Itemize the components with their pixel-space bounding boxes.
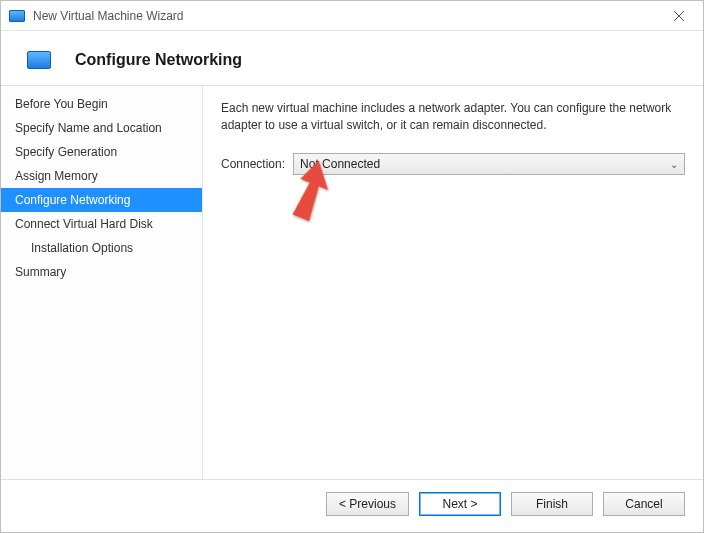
cancel-button[interactable]: Cancel: [603, 492, 685, 516]
connection-select[interactable]: Not Connected ⌄: [293, 153, 685, 175]
step-summary[interactable]: Summary: [1, 260, 202, 284]
step-before-you-begin[interactable]: Before You Begin: [1, 92, 202, 116]
wizard-body: Before You Begin Specify Name and Locati…: [1, 86, 703, 479]
wizard-footer: < Previous Next > Finish Cancel: [1, 479, 703, 532]
previous-button[interactable]: < Previous: [326, 492, 409, 516]
step-configure-networking[interactable]: Configure Networking: [1, 188, 202, 212]
page-title: Configure Networking: [75, 51, 242, 69]
wizard-sidebar: Before You Begin Specify Name and Locati…: [1, 86, 203, 479]
wizard-window: New Virtual Machine Wizard Configure Net…: [0, 0, 704, 533]
connection-row: Connection: Not Connected ⌄: [221, 153, 685, 175]
connection-value: Not Connected: [300, 157, 380, 171]
connection-label: Connection:: [221, 157, 285, 171]
wizard-header: Configure Networking: [1, 31, 703, 85]
titlebar: New Virtual Machine Wizard: [1, 1, 703, 31]
step-connect-virtual-hard-disk[interactable]: Connect Virtual Hard Disk: [1, 212, 202, 236]
close-button[interactable]: [656, 2, 701, 30]
description-text: Each new virtual machine includes a netw…: [221, 100, 685, 135]
step-installation-options[interactable]: Installation Options: [1, 236, 202, 260]
wizard-content: Each new virtual machine includes a netw…: [203, 86, 703, 479]
chevron-down-icon: ⌄: [670, 158, 678, 169]
wizard-icon: [27, 51, 51, 69]
step-specify-generation[interactable]: Specify Generation: [1, 140, 202, 164]
close-icon: [674, 11, 684, 21]
step-assign-memory[interactable]: Assign Memory: [1, 164, 202, 188]
app-icon: [9, 10, 25, 22]
step-specify-name-location[interactable]: Specify Name and Location: [1, 116, 202, 140]
next-button[interactable]: Next >: [419, 492, 501, 516]
window-title: New Virtual Machine Wizard: [33, 9, 656, 23]
finish-button[interactable]: Finish: [511, 492, 593, 516]
